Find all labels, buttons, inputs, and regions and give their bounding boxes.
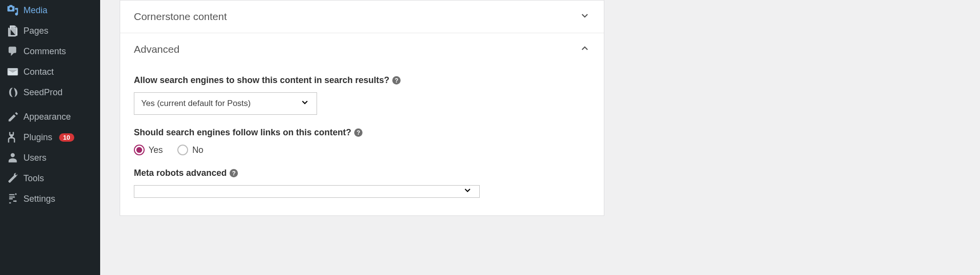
allow-search-select[interactable]: Yes (current default for Posts) (134, 92, 317, 115)
sidebar-item-media[interactable]: Media (0, 0, 100, 21)
sidebar-item-label: Users (23, 153, 46, 163)
meta-robots-select[interactable] (134, 185, 480, 198)
sidebar-item-pages[interactable]: Pages (0, 21, 100, 41)
chevron-up-icon (579, 43, 590, 56)
help-icon[interactable]: ? (392, 76, 401, 85)
radio-yes[interactable]: Yes (134, 145, 163, 155)
sidebar-item-label: Tools (23, 173, 44, 184)
main-content: Cornerstone content Advanced Allow searc… (100, 0, 980, 275)
radio-circle-icon (134, 145, 145, 155)
field-follow-links: Should search engines follow links on th… (134, 127, 590, 155)
accordion-title: Advanced (134, 43, 179, 55)
sidebar-item-users[interactable]: Users (0, 148, 100, 168)
help-icon[interactable]: ? (354, 128, 362, 137)
radio-circle-icon (177, 145, 188, 155)
admin-sidebar: Media Pages Comments Contact SeedProd Ap… (0, 0, 100, 275)
sidebar-item-label: Settings (23, 194, 55, 204)
sidebar-item-label: SeedProd (23, 87, 63, 98)
sidebar-item-label: Contact (23, 67, 54, 77)
accordion-cornerstone[interactable]: Cornerstone content (120, 0, 604, 33)
contact-icon (7, 66, 19, 78)
sidebar-item-seedprod[interactable]: SeedProd (0, 82, 100, 103)
follow-links-radio-group: Yes No (134, 145, 590, 155)
media-icon (7, 4, 19, 16)
radio-no[interactable]: No (177, 145, 203, 155)
field-allow-search: Allow search engines to show this conten… (134, 75, 590, 115)
sidebar-item-label: Media (23, 5, 47, 16)
tools-icon (7, 172, 19, 184)
chevron-down-icon (463, 186, 472, 198)
seedprod-icon (7, 86, 19, 98)
plugins-icon (7, 131, 19, 143)
help-icon[interactable]: ? (230, 169, 238, 177)
radio-label: Yes (149, 145, 163, 155)
appearance-icon (7, 111, 19, 123)
pages-icon (7, 25, 19, 37)
settings-panel: Cornerstone content Advanced Allow searc… (120, 0, 604, 216)
field-label: Should search engines follow links on th… (134, 127, 590, 138)
sidebar-item-tools[interactable]: Tools (0, 168, 100, 189)
accordion-advanced[interactable]: Advanced (120, 33, 604, 65)
field-meta-robots: Meta robots advanced ? (134, 168, 590, 198)
sidebar-item-label: Comments (23, 46, 66, 57)
sidebar-item-contact[interactable]: Contact (0, 62, 100, 82)
settings-icon (7, 193, 19, 205)
chevron-down-icon (300, 98, 310, 110)
select-value: Yes (current default for Posts) (141, 99, 251, 108)
users-icon (7, 152, 19, 164)
sidebar-item-label: Pages (23, 26, 48, 36)
plugins-update-badge: 10 (59, 133, 74, 142)
sidebar-item-label: Appearance (23, 112, 71, 122)
sidebar-item-appearance[interactable]: Appearance (0, 106, 100, 127)
radio-label: No (192, 145, 203, 155)
accordion-title: Cornerstone content (134, 11, 227, 22)
field-label: Meta robots advanced ? (134, 168, 590, 178)
sidebar-item-comments[interactable]: Comments (0, 41, 100, 62)
field-label: Allow search engines to show this conten… (134, 75, 590, 85)
chevron-down-icon (579, 10, 590, 23)
sidebar-item-settings[interactable]: Settings (0, 189, 100, 209)
comments-icon (7, 45, 19, 57)
sidebar-item-plugins[interactable]: Plugins 10 (0, 127, 100, 148)
advanced-body: Allow search engines to show this conten… (120, 65, 604, 215)
sidebar-item-label: Plugins (23, 132, 52, 143)
